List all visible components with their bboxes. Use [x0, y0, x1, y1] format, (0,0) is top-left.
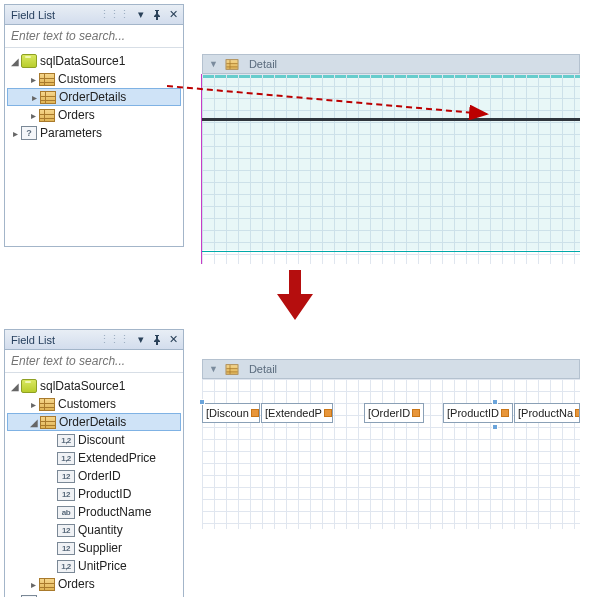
tree-node-field-supplier[interactable]: ▸ 12 Supplier [7, 539, 181, 557]
pin-button[interactable] [149, 7, 165, 23]
database-icon [21, 54, 37, 68]
smart-tag-icon[interactable] [251, 409, 259, 417]
tree-node-field-extendedprice[interactable]: ▸ 1,2 ExtendedPrice [7, 449, 181, 467]
report-designer[interactable]: ▼ Detail [202, 54, 580, 264]
cell-text: [Discoun [206, 407, 249, 419]
tree-node-orderdetails[interactable]: ◢ OrderDetails [7, 413, 181, 431]
grip-icon: ⋮⋮⋮ [99, 333, 129, 346]
tree-node-field-quantity[interactable]: ▸ 12 Quantity [7, 521, 181, 539]
table-icon [39, 578, 55, 591]
drop-highlight [202, 121, 580, 250]
transition-arrow-icon [4, 270, 585, 323]
table-icon [39, 73, 55, 86]
pin-button[interactable] [149, 332, 165, 348]
tree-node-orders[interactable]: ▸ Orders [7, 575, 181, 593]
expand-icon[interactable]: ◢ [9, 56, 21, 67]
svg-line-0 [167, 86, 487, 114]
tree-node-customers[interactable]: ▸ Customers [7, 70, 181, 88]
tree: ◢ sqlDataSource1 ▸ Customers ◢ OrderDeta… [5, 373, 183, 597]
table-cell-productid[interactable]: [ProductID [443, 403, 513, 423]
node-label: Supplier [78, 541, 122, 555]
table-cell-orderid[interactable]: [OrderID [364, 403, 424, 423]
node-label: ExtendedPrice [78, 451, 156, 465]
tree-node-field-discount[interactable]: ▸ 1,2 Discount [7, 431, 181, 449]
smart-tag-icon[interactable] [324, 409, 332, 417]
detail-band-header[interactable]: ▼ Detail [202, 359, 580, 379]
selection-handle[interactable] [492, 424, 498, 430]
tree-node-field-productid[interactable]: ▸ 12 ProductID [7, 485, 181, 503]
node-label: OrderDetails [59, 415, 126, 429]
detail-band-header[interactable]: ▼ Detail [202, 54, 580, 74]
tree-node-datasource[interactable]: ◢ sqlDataSource1 [7, 377, 181, 395]
close-button[interactable]: ✕ [165, 332, 181, 348]
tree-node-field-productname[interactable]: ▸ ab ProductName [7, 503, 181, 521]
integer-field-icon: 12 [57, 488, 75, 501]
collapse-icon[interactable]: ◢ [28, 417, 40, 428]
node-label: Discount [78, 433, 125, 447]
tree-node-orders[interactable]: ▸ Orders [7, 106, 181, 124]
band-icon [226, 364, 239, 374]
field-list-panel: Field List ⋮⋮⋮ ▾ ✕ ◢ sqlDataSource1 ▸ Cu… [4, 329, 184, 597]
panel-header: Field List ⋮⋮⋮ ▾ ✕ [5, 330, 183, 350]
panel-title: Field List [11, 9, 99, 21]
selection-handle[interactable] [492, 399, 498, 405]
tree-node-field-orderid[interactable]: ▸ 12 OrderID [7, 467, 181, 485]
detail-band-body[interactable]: [Discoun [ExtendedP [OrderID [ProductID … [202, 379, 580, 529]
decimal-field-icon: 1,2 [57, 452, 75, 465]
table-cell-discount[interactable]: [Discoun [202, 403, 260, 423]
search-input[interactable] [5, 25, 183, 48]
tree-node-datasource[interactable]: ◢ sqlDataSource1 [7, 52, 181, 70]
table-icon [40, 416, 56, 429]
integer-field-icon: 12 [57, 470, 75, 483]
integer-field-icon: 12 [57, 542, 75, 555]
scene-after: Field List ⋮⋮⋮ ▾ ✕ ◢ sqlDataSource1 ▸ Cu… [4, 329, 585, 597]
expand-icon[interactable]: ▸ [28, 92, 40, 103]
node-label: sqlDataSource1 [40, 379, 125, 393]
close-button[interactable]: ✕ [165, 7, 181, 23]
expand-icon[interactable]: ▸ [27, 74, 39, 85]
expand-icon[interactable]: ▸ [27, 579, 39, 590]
smart-tag-icon[interactable] [575, 409, 580, 417]
dropdown-button[interactable]: ▾ [133, 7, 149, 23]
smart-tag-icon[interactable] [501, 409, 509, 417]
node-label: ProductName [78, 505, 151, 519]
detail-band-body[interactable] [202, 74, 580, 264]
expand-icon[interactable]: ▸ [9, 128, 21, 139]
table-icon [39, 398, 55, 411]
string-field-icon: ab [57, 506, 75, 519]
node-label: OrderID [78, 469, 121, 483]
collapse-icon[interactable]: ▼ [209, 59, 218, 69]
tree-node-parameters[interactable]: ▸ ? Parameters [7, 124, 181, 142]
node-label: ProductID [78, 487, 131, 501]
selection-handle[interactable] [199, 399, 205, 405]
expand-icon[interactable]: ▸ [27, 110, 39, 121]
decimal-field-icon: 1,2 [57, 434, 75, 447]
band-label: Detail [249, 363, 277, 375]
node-label: Quantity [78, 523, 123, 537]
cell-text: [OrderID [368, 407, 410, 419]
tree-node-parameters[interactable]: ▸ ? Parameters [7, 593, 181, 597]
table-icon [40, 91, 56, 104]
table-cell-productname[interactable]: [ProductNa [514, 403, 580, 423]
search-input[interactable] [5, 350, 183, 373]
cell-text: [ExtendedP [265, 407, 322, 419]
expand-icon[interactable]: ◢ [9, 381, 21, 392]
integer-field-icon: 12 [57, 524, 75, 537]
expand-icon[interactable]: ▸ [27, 399, 39, 410]
smart-tag-icon[interactable] [412, 409, 420, 417]
report-designer[interactable]: ▼ Detail [Discoun [ExtendedP [OrderID [ [202, 359, 580, 529]
dropdown-button[interactable]: ▾ [133, 332, 149, 348]
table-row[interactable]: [Discoun [ExtendedP [OrderID [ProductID … [202, 403, 580, 423]
panel-header: Field List ⋮⋮⋮ ▾ ✕ [5, 5, 183, 25]
teal-guide [202, 251, 580, 252]
tree-node-field-unitprice[interactable]: ▸ 1,2 UnitPrice [7, 557, 181, 575]
design-grid [202, 379, 580, 529]
table-cell-extendedprice[interactable]: [ExtendedP [261, 403, 333, 423]
tree-node-orderdetails[interactable]: ▸ OrderDetails [7, 88, 181, 106]
drag-arrow-icon [167, 82, 497, 122]
band-icon [226, 59, 239, 69]
collapse-icon[interactable]: ▼ [209, 364, 218, 374]
parameters-icon: ? [21, 126, 37, 140]
tree-node-customers[interactable]: ▸ Customers [7, 395, 181, 413]
node-label: Customers [58, 72, 116, 86]
